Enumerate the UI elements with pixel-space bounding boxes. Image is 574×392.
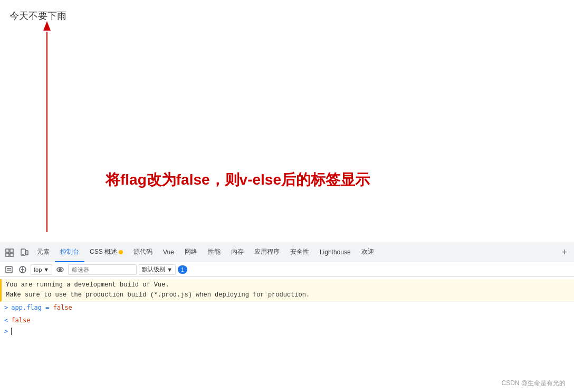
filter-console-btn[interactable] (17, 264, 28, 275)
tab-css[interactable]: CSS 概述 (84, 243, 128, 262)
arrow-head (43, 21, 51, 31)
context-value: top (34, 266, 42, 273)
tab-vue[interactable]: Vue (158, 243, 179, 262)
css-warning-icon (119, 250, 123, 254)
svg-rect-3 (10, 253, 13, 256)
devtools-tabs-bar: 元素 控制台 CSS 概述 源代码 Vue 网络 性能 内存 应用程序 安全性 (0, 243, 574, 262)
console-expression-line: > app.flag = false (0, 302, 574, 314)
inspect-icon-btn[interactable] (2, 245, 17, 260)
arrow-annotation (46, 21, 47, 222)
eye-icon-btn[interactable] (54, 264, 66, 275)
tab-performance[interactable]: 性能 (203, 243, 226, 262)
svg-rect-7 (6, 266, 12, 273)
arrow-line (46, 32, 47, 232)
console-cursor (11, 328, 12, 335)
browser-viewport: 今天不要下雨 将flag改为false，则v-else后的标签显示 (0, 0, 574, 243)
console-warning-line1: You are running a development build of V… (6, 281, 169, 289)
tab-lighthouse[interactable]: Lighthouse (314, 243, 356, 262)
clear-console-btn[interactable] (3, 264, 15, 275)
console-expression: app.flag = false (11, 303, 72, 313)
console-toolbar: top ▼ 默认级别 ▼ 1 (0, 262, 574, 277)
tab-security[interactable]: 安全性 (285, 243, 314, 262)
tab-welcome[interactable]: 欢迎 (356, 243, 379, 262)
tab-sources[interactable]: 源代码 (128, 243, 158, 262)
tab-elements[interactable]: 元素 (32, 243, 55, 262)
console-false-value: false (53, 304, 72, 311)
console-warning-line2: Make sure to use the production build (*… (6, 291, 310, 299)
console-result-line: < false (0, 314, 574, 327)
devtools-panel: 元素 控制台 CSS 概述 源代码 Vue 网络 性能 内存 应用程序 安全性 (0, 243, 574, 392)
annotation-text: 将flag改为false，则v-else后的标签显示 (106, 170, 370, 190)
console-output: You are running a development build of V… (0, 277, 574, 392)
console-input-prompt: > (4, 328, 8, 335)
svg-rect-5 (26, 251, 28, 255)
console-left-arrow: < (4, 315, 8, 326)
add-tab-btn[interactable]: + (557, 245, 572, 260)
tab-console[interactable]: 控制台 (55, 243, 84, 262)
console-prompt-icon: > (4, 303, 8, 313)
level-value: 默认级别 (142, 265, 165, 273)
page-title: 今天不要下雨 (9, 9, 66, 22)
tab-application[interactable]: 应用程序 (249, 243, 285, 262)
filter-input[interactable] (68, 264, 137, 275)
context-selector[interactable]: top ▼ (31, 264, 52, 275)
svg-rect-2 (6, 253, 9, 256)
svg-rect-0 (6, 249, 9, 252)
svg-point-14 (59, 269, 61, 271)
level-chevron-icon: ▼ (167, 266, 173, 273)
tab-network[interactable]: 网络 (179, 243, 203, 262)
svg-rect-1 (10, 249, 13, 252)
device-toggle-btn[interactable] (17, 245, 32, 260)
context-chevron-icon: ▼ (43, 266, 49, 273)
console-result-value: false (11, 315, 30, 326)
csdn-watermark: CSDN @生命是有光的 (501, 379, 566, 388)
level-selector[interactable]: 默认级别 ▼ (139, 264, 176, 275)
console-input-line[interactable]: > (0, 327, 574, 336)
console-warning-message: You are running a development build of V… (0, 279, 574, 302)
error-count-badge: 1 (178, 265, 187, 274)
tab-memory[interactable]: 内存 (226, 243, 249, 262)
